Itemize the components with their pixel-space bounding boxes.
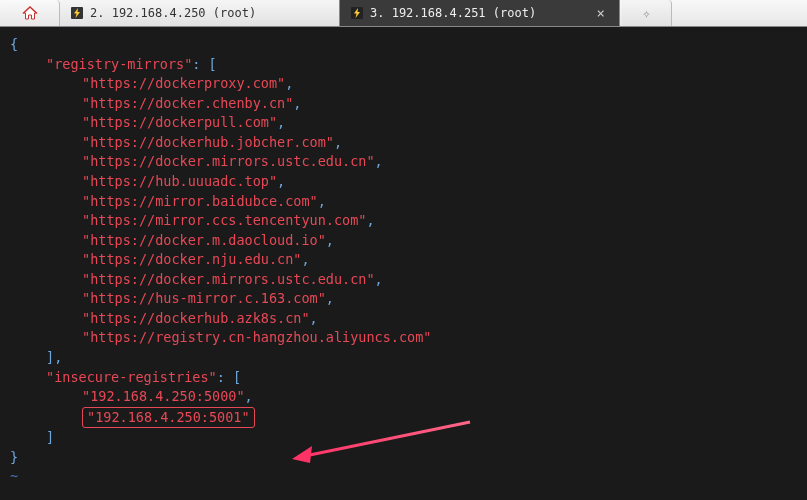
mirror-10: "https://docker.mirrors.ustc.edu.cn" xyxy=(82,271,375,287)
mirror-2: "https://dockerpull.com" xyxy=(82,114,277,130)
close-bracket-2: ] xyxy=(46,429,54,445)
tab-inactive-250[interactable]: 2. 192.168.4.250 (root) xyxy=(60,0,340,26)
close-brace: } xyxy=(10,449,18,465)
mirror-13: "https://registry.cn-hangzhou.aliyuncs.c… xyxy=(82,329,432,345)
plus-icon: ✧ xyxy=(642,5,650,21)
mirror-11: "https://hus-mirror.c.163.com" xyxy=(82,290,326,306)
tab-active-251[interactable]: 3. 192.168.4.251 (root) × xyxy=(340,0,620,26)
lightning-icon xyxy=(350,6,364,20)
home-tab[interactable] xyxy=(0,0,60,26)
tab-bar: 2. 192.168.4.250 (root) 3. 192.168.4.251… xyxy=(0,0,807,27)
open-brace: { xyxy=(10,36,18,52)
mirror-6: "https://mirror.baidubce.com" xyxy=(82,193,318,209)
mirror-5: "https://hub.uuuadc.top" xyxy=(82,173,277,189)
insecure-1: "192.168.4.250:5001" xyxy=(87,409,250,425)
insecure-0: "192.168.4.250:5000" xyxy=(82,388,245,404)
tab-label: 2. 192.168.4.250 (root) xyxy=(90,6,256,20)
close-bracket-1: ], xyxy=(46,349,62,365)
key-insecure-registries: "insecure-registries" xyxy=(46,369,217,385)
highlighted-entry: "192.168.4.250:5001" xyxy=(82,407,255,429)
mirror-9: "https://docker.nju.edu.cn" xyxy=(82,251,301,267)
tab-label: 3. 192.168.4.251 (root) xyxy=(370,6,536,20)
mirror-4: "https://docker.mirrors.ustc.edu.cn" xyxy=(82,153,375,169)
home-icon xyxy=(22,6,38,20)
mirror-0: "https://dockerproxy.com" xyxy=(82,75,285,91)
close-icon[interactable]: × xyxy=(593,5,609,21)
lightning-icon xyxy=(70,6,84,20)
key-registry-mirrors: "registry-mirrors" xyxy=(46,56,192,72)
mirror-12: "https://dockerhub.azk8s.cn" xyxy=(82,310,310,326)
mirror-8: "https://docker.m.daocloud.io" xyxy=(82,232,326,248)
editor-area[interactable]: { "registry-mirrors": [ "https://dockerp… xyxy=(0,27,807,500)
mirror-1: "https://docker.chenby.cn" xyxy=(82,95,293,111)
vim-tilde: ~ xyxy=(10,468,18,484)
add-tab-button[interactable]: ✧ xyxy=(622,0,672,26)
mirror-7: "https://mirror.ccs.tencentyun.com" xyxy=(82,212,366,228)
mirror-3: "https://dockerhub.jobcher.com" xyxy=(82,134,334,150)
